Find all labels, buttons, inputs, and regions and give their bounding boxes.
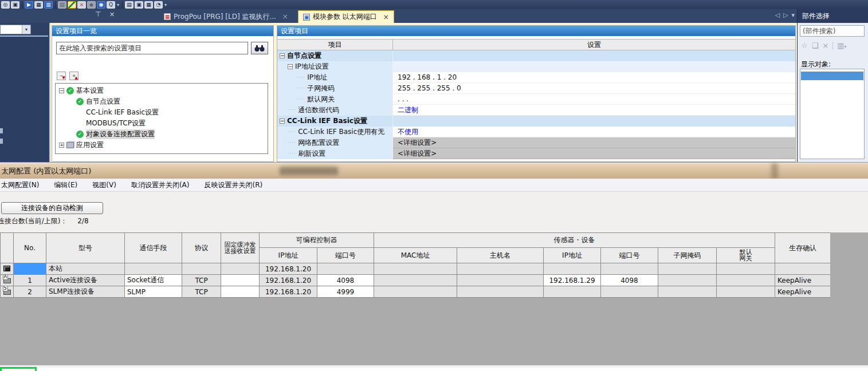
close-icon[interactable]: × [109, 11, 115, 18]
favorite-star-icon[interactable]: ☆ [801, 41, 808, 50]
tab-progpou[interactable]: ▦ ProgPou [PRG] [LD] 监视执行... × [159, 10, 293, 23]
edit-pencil-icon[interactable] [68, 1, 76, 9]
table-row-active-connection[interactable]: A 1 Active连接设备 Socket通信 TCP 192.168.1.20… [1, 275, 831, 286]
cfg-cell-plc-port[interactable] [317, 263, 374, 275]
table-row-slmp-connection[interactable]: S 2 SLMP连接设备 SLMP TCP 192.168.1.20 4999 … [1, 286, 831, 298]
dev-run-icon[interactable]: ▶ [25, 1, 33, 9]
menu-edit[interactable]: 编辑(E) [54, 180, 77, 190]
cfg-cell-buffer[interactable] [221, 263, 260, 275]
cfg-cell-buffer[interactable] [221, 275, 260, 286]
detail-setting-value[interactable]: <详细设置> [398, 138, 437, 148]
cfg-cell-plc-port[interactable]: 4098 [317, 275, 374, 286]
user-icon[interactable]: ◔ [154, 1, 163, 9]
cfg-cell-protocol[interactable]: TCP [182, 286, 221, 298]
settings-row-cclink-use[interactable]: ····CC-Link IEF Basic使用有无 不使用 [277, 127, 795, 137]
auto-detect-button[interactable]: 连接设备的自动检测 [1, 202, 103, 214]
toolbar-overflow-icon[interactable]: ▾ [117, 2, 119, 7]
program-check-icon[interactable]: × [77, 1, 86, 9]
cfg-cell-host[interactable] [457, 286, 544, 298]
cclink-use-value[interactable]: 不使用 [398, 127, 418, 137]
tree-item-application-settings[interactable]: + 应用设置 [56, 140, 268, 151]
cfg-cell-host[interactable] [457, 275, 544, 286]
ip-address-value[interactable]: 192 . 168 . 1 . 20 [398, 73, 457, 81]
component-list[interactable] [800, 69, 865, 159]
find-window-icon[interactable]: ▣ [11, 1, 19, 9]
detail-setting-value[interactable]: <详细设置> [398, 149, 437, 159]
cfg-cell-keepalive[interactable] [775, 263, 831, 275]
expander-icon[interactable]: − [288, 64, 293, 69]
zoom-search-icon[interactable]: Q [107, 1, 115, 9]
dialog-title-bar[interactable]: 太网配置 (内置以太网端口) [0, 163, 868, 179]
tab-prev-icon[interactable]: ◁ [775, 11, 780, 19]
cfg-cell-plc-ip[interactable]: 192.168.1.20 [260, 275, 317, 286]
cfg-cell-plc-ip[interactable]: 192.168.1.20 [260, 286, 317, 298]
chevron-down-icon[interactable]: ▾ [22, 25, 30, 34]
settings-row-cclink-section[interactable]: −CC-Link IEF Basic设置 [277, 116, 795, 127]
expander-icon[interactable]: − [280, 53, 285, 58]
cfg-cell-comm[interactable] [125, 263, 182, 275]
properties-icon[interactable]: ▤ [58, 1, 66, 9]
cfg-cell-no[interactable]: 2 [14, 286, 46, 298]
cfg-cell-ip[interactable]: 192.168.1.29 [544, 275, 601, 286]
cfg-cell-port[interactable]: 4098 [601, 275, 658, 286]
subnet-mask-value[interactable]: 255 . 255 . 255 . 0 [398, 84, 461, 92]
tree-item-cclink[interactable]: CC-Link IEF Basic设置 [56, 107, 268, 118]
cfg-cell-ip[interactable] [544, 263, 601, 275]
pin-icon[interactable]: ⊤ [95, 11, 101, 18]
list-view-icon[interactable]: ▤ [125, 1, 133, 9]
component-search-input[interactable] [800, 25, 865, 37]
plc-station-graphic[interactable] [0, 367, 37, 371]
delete-icon[interactable]: × [822, 41, 828, 50]
settings-row-refresh[interactable]: ····刷新设置 <详细设置> [277, 148, 795, 159]
new-folder-icon[interactable]: ❏ [812, 41, 819, 50]
expander-icon[interactable]: − [280, 119, 285, 124]
cfg-cell-mask[interactable] [658, 286, 717, 298]
cfg-cell-plc-ip[interactable]: 192.168.1.20 [260, 263, 317, 275]
cfg-cell-gateway[interactable] [717, 286, 775, 298]
settings-row-default-gateway[interactable]: ····默认网关 . . . [277, 94, 795, 105]
expand-all-icon[interactable]: +▲ [69, 72, 78, 80]
cfg-cell-keepalive[interactable]: KeepAlive [775, 286, 831, 298]
menu-view[interactable]: 视图(V) [92, 180, 116, 190]
cfg-cell-protocol[interactable] [182, 263, 221, 275]
toolbar-overflow-icon[interactable]: ▾ [164, 2, 167, 7]
settings-row-network-config[interactable]: ····网络配置设置 <详细设置> [277, 137, 795, 148]
expander-icon[interactable]: + [59, 143, 64, 148]
tab-close-icon[interactable]: × [383, 13, 389, 21]
dev-eye-icon[interactable]: ◉ [97, 1, 105, 9]
tree-item-target-device[interactable]: ✓ 对象设备连接配置设置 [56, 129, 268, 140]
view-mode-icon[interactable]: ▥▾ [837, 41, 846, 50]
menu-ethernet-config[interactable]: 太网配置(N) [1, 180, 39, 190]
cfg-cell-gateway[interactable] [717, 275, 775, 286]
cfg-cell-gateway[interactable] [717, 263, 775, 275]
tree-item-own-node[interactable]: ✓ 自节点设置 [56, 96, 268, 107]
grid-view-icon[interactable]: ▦ [144, 1, 153, 9]
cfg-cell-protocol[interactable]: TCP [182, 275, 221, 286]
window-icon[interactable]: ▦ [34, 1, 43, 9]
cfg-cell-keepalive[interactable]: KeepAlive [775, 275, 831, 286]
cfg-cell-no[interactable]: 1 [14, 275, 46, 286]
cfg-cell-port[interactable] [601, 286, 658, 298]
cfg-cell-model[interactable]: Active连接设备 [46, 275, 125, 286]
cfg-cell-mac[interactable] [374, 275, 457, 286]
cfg-cell-mac[interactable] [374, 263, 457, 275]
tree-item-basic-settings[interactable]: − ✓ 基本设置 [56, 85, 268, 96]
tree-item-modbus[interactable]: MODBUS/TCP设置 [56, 118, 268, 129]
cfg-cell-host[interactable] [457, 263, 544, 275]
search-button[interactable] [251, 42, 268, 54]
cfg-cell-comm[interactable]: SLMP [125, 286, 182, 298]
comm-data-code-value[interactable]: 二进制 [398, 105, 418, 115]
cfg-cell-mac[interactable] [374, 286, 457, 298]
cfg-cell-no[interactable] [14, 263, 46, 275]
cfg-cell-buffer[interactable] [221, 286, 260, 298]
tab-close-icon[interactable]: × [282, 13, 288, 21]
menu-cancel-and-close[interactable]: 取消设置并关闭(A) [131, 180, 190, 190]
cfg-cell-model[interactable]: 本站 [46, 263, 125, 275]
settings-row-subnet-mask[interactable]: ····子网掩码 255 . 255 . 255 . 0 [277, 83, 795, 94]
selected-list-row[interactable] [801, 72, 863, 80]
settings-row-comm-data-code[interactable]: ····通信数据代码 二进制 [277, 105, 795, 116]
tab-module-parameter[interactable]: ▣ 模块参数 以太网端口 × [298, 10, 394, 23]
settings-row-ip-settings[interactable]: −IP地址设置 [277, 61, 795, 72]
default-gateway-value[interactable]: . . . [398, 95, 409, 103]
cfg-cell-model[interactable]: SLMP连接设备 [46, 286, 125, 298]
